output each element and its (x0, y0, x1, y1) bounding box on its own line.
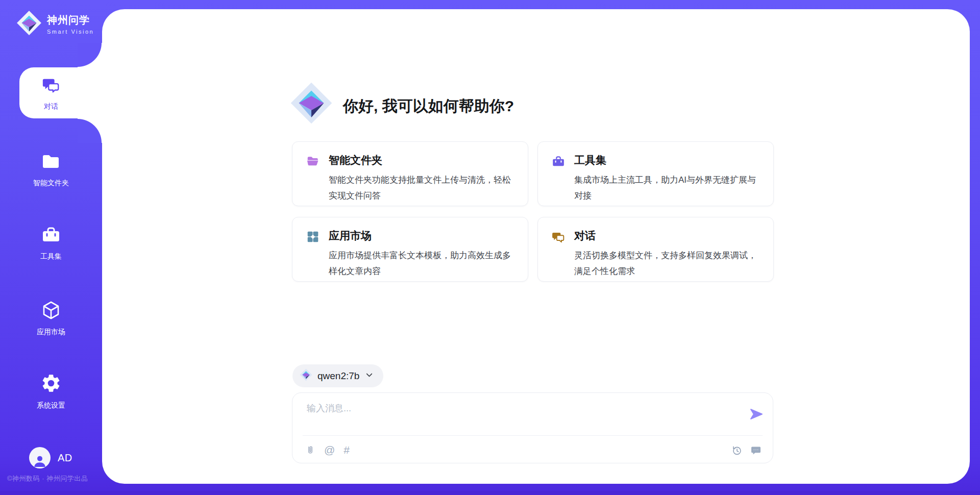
avatar[interactable] (29, 447, 51, 468)
user-profile[interactable]: AD (29, 447, 72, 468)
gear-icon (40, 373, 62, 396)
card-smart-folder[interactable]: 智能文件夹 智能文件夹功能支持批量文件上传与清洗，轻松实现文件问答 (292, 141, 528, 206)
sidebar-item-label: 工具集 (40, 252, 62, 261)
folder-icon (41, 151, 61, 174)
chevron-down-icon (364, 370, 374, 382)
sidebar-item-label: 应用市场 (37, 328, 65, 337)
message-input[interactable] (307, 402, 725, 432)
diamond-logo-icon (16, 10, 42, 38)
comment-icon (750, 444, 762, 456)
attach-file-button[interactable] (305, 444, 315, 456)
folder-open-icon (306, 155, 320, 170)
message-composer: @ # (292, 392, 773, 463)
hash-tag-button[interactable]: # (344, 445, 350, 455)
sidebar-item-label: 智能文件夹 (33, 179, 69, 188)
person-icon (32, 453, 47, 468)
tab-corner-bottom (78, 118, 102, 143)
chat-icon (41, 76, 61, 97)
user-name: AD (58, 452, 72, 464)
greeting-logo-icon (290, 82, 333, 127)
copyright-footer: ©神州数码 · 神州问学出品 (7, 474, 104, 483)
card-title: 对话 (574, 229, 759, 243)
send-icon (749, 407, 763, 421)
at-mention-button[interactable]: @ (324, 445, 335, 455)
model-name: qwen2:7b (317, 370, 359, 382)
card-description: 应用市场提供丰富长文本模板，助力高效生成多样化文章内容 (329, 247, 513, 279)
card-title: 应用市场 (329, 229, 513, 243)
tab-corner-top (78, 43, 102, 67)
brand-subtitle: Smart Vision (47, 29, 94, 35)
card-description: 集成市场上主流工具，助力AI与外界无缝扩展与对接 (574, 172, 759, 204)
card-description: 智能文件夹功能支持批量文件上传与清洗，轻松实现文件问答 (329, 172, 513, 204)
diamond-logo-icon (300, 368, 312, 383)
card-title: 工具集 (574, 153, 759, 167)
send-button[interactable] (748, 406, 764, 422)
sidebar-item-smart-folder[interactable]: 智能文件夹 (0, 151, 102, 188)
greeting-title: 你好, 我可以如何帮助你? (343, 96, 514, 117)
history-button[interactable] (731, 445, 742, 456)
paperclip-icon (305, 444, 315, 456)
card-title: 智能文件夹 (329, 153, 513, 167)
sidebar-item-label: 对话 (44, 102, 58, 111)
toolbox-icon (41, 225, 61, 247)
composer-divider (303, 435, 763, 436)
chat-icon (552, 230, 565, 245)
feature-cards: 智能文件夹 智能文件夹功能支持批量文件上传与清洗，轻松实现文件问答 工具集 集成… (292, 141, 774, 282)
comments-button[interactable] (750, 444, 762, 456)
brand-title: 神州问学 (47, 13, 94, 27)
toolbox-icon (552, 155, 565, 170)
card-app-market[interactable]: 应用市场 应用市场提供丰富长文本模板，助力高效生成多样化文章内容 (292, 217, 528, 282)
history-icon (731, 445, 742, 456)
brand-logo: 神州问学 Smart Vision (16, 10, 94, 38)
model-selector[interactable]: qwen2:7b (292, 364, 383, 387)
cube-icon (41, 300, 61, 323)
sidebar-item-settings[interactable]: 系统设置 (0, 373, 102, 410)
card-chat[interactable]: 对话 灵活切换多模型文件，支持多样回复效果调试，满足个性化需求 (537, 217, 774, 282)
card-description: 灵活切换多模型文件，支持多样回复效果调试，满足个性化需求 (574, 247, 759, 279)
sidebar-item-label: 系统设置 (37, 401, 65, 410)
sidebar-item-app-market[interactable]: 应用市场 (0, 300, 102, 337)
sidebar-item-chat[interactable]: 对话 (0, 76, 102, 111)
card-toolbox[interactable]: 工具集 集成市场上主流工具，助力AI与外界无缝扩展与对接 (537, 141, 774, 206)
bottom-strip (0, 491, 980, 495)
sidebar-item-toolbox[interactable]: 工具集 (0, 225, 102, 261)
grid-icon (306, 230, 320, 245)
